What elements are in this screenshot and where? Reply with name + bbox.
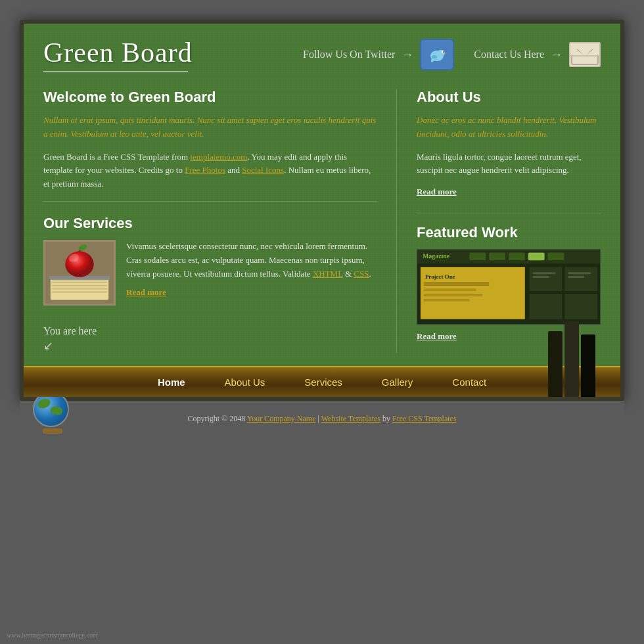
right-column: About Us Donec ac eros ac nunc blandit h… — [397, 89, 601, 353]
books-decoration — [548, 318, 601, 397]
copyright-text: Copyright © 2048 — [187, 414, 246, 423]
about-section: About Us Donec ac eros ac nunc blandit h… — [417, 89, 601, 197]
logo-underline — [43, 71, 188, 72]
svg-rect-32 — [564, 267, 597, 291]
services-text: Vivamus scelerisque consectetur nunc, ne… — [126, 240, 377, 306]
outer-wrapper: Green Board Follow Us On Twitter → — [0, 0, 644, 644]
twitter-group: Follow Us On Twitter → — [303, 39, 454, 70]
mail-icon[interactable] — [569, 42, 601, 67]
twitter-icon[interactable] — [420, 39, 454, 70]
welcome-text-1: Green Board is a Free CSS Template from — [43, 152, 190, 162]
services-section: Our Services — [43, 215, 377, 306]
svg-rect-23 — [528, 253, 545, 261]
book-1 — [548, 331, 563, 397]
left-column: Welcome to Green Board Nullam at erat ip… — [43, 89, 397, 353]
welcome-body: Green Board is a Free CSS Template from … — [43, 150, 377, 191]
about-title: About Us — [417, 89, 601, 106]
chalk-divider — [43, 201, 377, 202]
svg-rect-20 — [469, 253, 486, 261]
main-content: Welcome to Green Board Nullam at erat ip… — [24, 82, 620, 366]
svg-rect-30 — [424, 299, 470, 302]
welcome-section: Welcome to Green Board Nullam at erat ip… — [43, 89, 377, 191]
svg-rect-35 — [533, 272, 556, 274]
footer: Copyright © 2048 Your Company Name | Web… — [20, 401, 624, 437]
svg-rect-5 — [572, 45, 598, 64]
footer-separator: | — [316, 414, 321, 423]
about-italic: Donec ac eros ac nunc blandit hendrerit.… — [417, 114, 601, 141]
nav-inner: Home About Us Services Gallery Contact — [24, 367, 620, 397]
featured-divider — [417, 214, 601, 214]
envelope-icon — [570, 43, 599, 66]
svg-rect-11 — [52, 291, 107, 292]
website-templates-link[interactable]: Website Templates — [321, 414, 380, 423]
svg-rect-22 — [509, 253, 525, 261]
svg-text:Magazine: Magazine — [423, 252, 450, 260]
svg-rect-8 — [52, 282, 107, 283]
logo-area: Green Board — [43, 37, 303, 72]
svg-rect-10 — [52, 288, 107, 290]
you-are-here-text: You are here — [43, 325, 97, 336]
css-link[interactable]: CSS — [354, 269, 369, 279]
svg-point-3 — [443, 51, 444, 53]
header: Green Board Follow Us On Twitter → — [24, 24, 620, 82]
services-content: Vivamus scelerisque consectetur nunc, ne… — [43, 240, 377, 306]
templatemo-link[interactable]: templatemo.com — [190, 152, 247, 162]
apple-illustration — [45, 241, 114, 304]
svg-rect-9 — [52, 285, 107, 287]
header-icons: Follow Us On Twitter → — [303, 39, 601, 70]
watermark: www.heritagechristiancollege.com — [7, 632, 98, 639]
twitter-bird-icon — [426, 45, 448, 64]
you-are-here-arrow: ↙ — [43, 338, 377, 353]
services-title: Our Services — [43, 215, 377, 232]
nav-services[interactable]: Services — [285, 367, 362, 397]
you-are-here: You are here ↙ — [43, 325, 377, 353]
services-and: & — [343, 269, 354, 279]
contact-group: Contact Us Here → — [474, 42, 601, 67]
book-3 — [581, 334, 595, 397]
contact-arrow-icon: → — [551, 48, 563, 62]
globe-decoration — [33, 391, 72, 430]
svg-text:Project One: Project One — [425, 273, 455, 280]
svg-rect-27 — [424, 282, 489, 286]
svg-rect-36 — [533, 276, 549, 278]
welcome-italic: Nullam at erat ipsum, quis tincidunt mau… — [43, 114, 377, 141]
book-2 — [564, 321, 579, 397]
svg-rect-28 — [424, 288, 476, 291]
globe-base — [43, 428, 62, 434]
featured-work-mockup: Magazine Project One — [417, 249, 600, 325]
company-name-link[interactable]: Your Company Name — [247, 414, 316, 423]
svg-rect-29 — [424, 294, 482, 296]
svg-rect-37 — [568, 272, 591, 274]
svg-rect-34 — [564, 294, 597, 319]
services-read-more[interactable]: Read more — [126, 286, 377, 300]
site-container: Green Board Follow Us On Twitter → — [20, 20, 624, 401]
footer-by: by — [380, 414, 392, 423]
svg-rect-33 — [530, 294, 563, 319]
svg-rect-24 — [548, 253, 564, 261]
nav-bar: Home About Us Services Gallery Contact — [24, 366, 620, 397]
svg-rect-21 — [489, 253, 505, 261]
twitter-label: Follow Us On Twitter — [303, 49, 395, 60]
services-period: . — [369, 269, 371, 279]
about-body: Mauris ligula tortor, congue laoreet rut… — [417, 150, 601, 178]
welcome-text-3: and — [225, 165, 242, 175]
contact-label: Contact Us Here — [474, 49, 544, 60]
nav-gallery[interactable]: Gallery — [362, 367, 433, 397]
nav-about[interactable]: About Us — [205, 367, 285, 397]
featured-work-image: Magazine Project One — [417, 249, 601, 325]
welcome-title: Welcome to Green Board — [43, 89, 377, 106]
twitter-arrow-icon: → — [402, 48, 413, 62]
xhtml-link[interactable]: XHTML — [313, 269, 343, 279]
svg-rect-31 — [530, 267, 563, 291]
services-image — [43, 240, 116, 306]
svg-rect-38 — [568, 276, 584, 278]
social-icons-link[interactable]: Social Icons — [242, 165, 284, 175]
nav-contact[interactable]: Contact — [432, 367, 506, 397]
svg-point-14 — [65, 252, 93, 277]
about-read-more[interactable]: Read more — [417, 187, 601, 197]
free-photos-link[interactable]: Free Photos — [185, 165, 225, 175]
nav-home[interactable]: Home — [138, 367, 205, 397]
css-templates-link[interactable]: Free CSS Templates — [392, 414, 457, 423]
logo-title: Green Board — [43, 37, 303, 68]
featured-title: Featured Work — [417, 224, 601, 241]
